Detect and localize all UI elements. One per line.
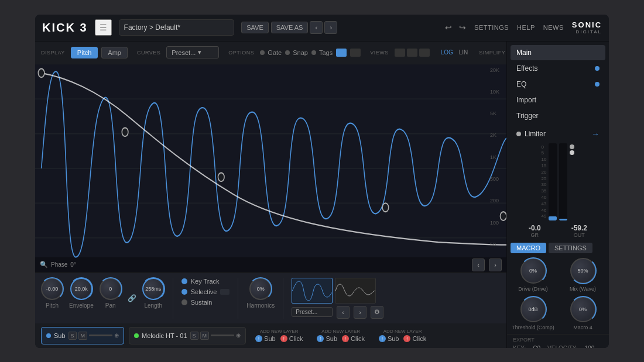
zoom-icon[interactable]: 🔍 (40, 261, 48, 268)
nav-eq[interactable]: EQ (511, 77, 605, 92)
layer-melodic-controls: S M ⊕ (190, 332, 241, 340)
harmonics-knob-ring (249, 277, 272, 301)
help-link[interactable]: HELP (517, 24, 535, 31)
tags-dot[interactable] (311, 50, 316, 55)
harmonics-knob[interactable]: 0% (249, 278, 272, 300)
view-box-3[interactable] (419, 49, 430, 57)
news-link[interactable]: News (543, 24, 564, 31)
add-sub-2[interactable]: ↑ Sub (317, 335, 337, 342)
view-toggle-2[interactable] (350, 49, 361, 57)
nav-effects[interactable]: Effects (511, 61, 605, 76)
add-click-1[interactable]: ↑ Click (280, 335, 303, 342)
macro4-knob[interactable]: 0% (570, 297, 596, 322)
add-sub-3[interactable]: ↑ Sub (379, 335, 399, 342)
canvas-next[interactable]: › (489, 258, 502, 271)
amp-tab[interactable]: Amp (101, 47, 128, 58)
toggle-group: Key Track Selective Sustain (181, 278, 239, 319)
macro4-ring (570, 296, 597, 323)
key-track-toggle[interactable]: Key Track (181, 278, 230, 285)
add-layer-group-2: ADD NEW LAYER ↑ Sub ↑ Click (312, 329, 369, 342)
tags-toggle[interactable]: Tags (311, 49, 333, 56)
limiter-dot[interactable] (516, 132, 521, 136)
harmonics-knob-container: 0% Harmonics (246, 278, 275, 309)
layer-melodic-extra[interactable]: ⊕ (236, 332, 241, 339)
waveform-next[interactable]: › (354, 306, 366, 319)
add-click-3[interactable]: ↑ Click (403, 335, 426, 342)
next-button[interactable]: › (324, 21, 337, 34)
sustain-dot[interactable] (181, 299, 187, 305)
waveform-preview-1[interactable] (292, 278, 333, 304)
envelope-knob-ring (70, 277, 93, 301)
curves-section: CURVES Preset... ▾ (137, 46, 219, 58)
log-button[interactable]: LOG (439, 49, 455, 56)
layer-sub-slider[interactable] (89, 335, 112, 336)
canvas-bottom-bar: 🔍 Phase 0° ‹ › (35, 257, 506, 273)
view-box-2[interactable] (407, 49, 417, 57)
snap-dot[interactable] (285, 50, 290, 55)
mix-knob[interactable]: 50% (570, 258, 596, 284)
limiter-arrow[interactable]: → (591, 129, 600, 139)
layers-row: Sub S M ⊕ Melodic HT - 01 S M (35, 323, 506, 348)
meter-gr-strip (549, 143, 557, 220)
svg-point-7 (218, 173, 224, 181)
canvas-prev[interactable]: ‹ (472, 258, 485, 271)
menu-button[interactable]: ☰ (95, 19, 112, 36)
nav-import[interactable]: Import (511, 92, 605, 108)
add-sub-1[interactable]: ↑ Sub (255, 335, 276, 342)
envelope-knob[interactable]: 20.0k (70, 278, 93, 300)
save-button[interactable]: SAVE (241, 22, 269, 33)
selective-toggle[interactable]: Selective (181, 288, 230, 295)
curves-dropdown[interactable]: Preset... ▾ (166, 46, 219, 58)
layer-sub-s[interactable]: S (68, 332, 77, 340)
pitch-tab[interactable]: Pitch (71, 47, 98, 58)
mix-ring (570, 257, 597, 284)
macro-drive: 0% Drive (Drive) (511, 258, 556, 292)
waveform-prev[interactable]: ‹ (337, 306, 350, 319)
gate-dot[interactable] (260, 50, 265, 55)
length-knob[interactable]: 258ms (142, 278, 165, 300)
lin-button[interactable]: LIN (457, 49, 470, 56)
threshold-knob[interactable]: 0dB (520, 297, 546, 322)
view-box-1[interactable] (395, 49, 405, 57)
sustain-toggle[interactable]: Sustain (181, 299, 230, 306)
snap-toggle[interactable]: Snap (285, 49, 308, 56)
pitch-knob[interactable]: -0.00 (41, 278, 63, 300)
limiter-dot-3[interactable] (570, 150, 574, 155)
add-layer-label-2: ADD NEW LAYER (321, 329, 360, 334)
settings-tab[interactable]: SETTINGS (549, 243, 592, 253)
view-boxes (395, 49, 430, 57)
gate-toggle[interactable]: Gate (260, 49, 282, 56)
selective-icon[interactable] (220, 289, 229, 295)
selective-dot[interactable] (181, 289, 187, 295)
key-track-dot[interactable] (181, 278, 187, 284)
controls-row: -0.00 Pitch 20.0k Envelope (35, 273, 506, 323)
layer-melodic[interactable]: Melodic HT - 01 S M ⊕ (129, 327, 246, 344)
layer-sub-extra[interactable]: ⊕ (114, 332, 119, 339)
undo-button[interactable]: ↩ (443, 22, 454, 33)
nav-trigger[interactable]: Trigger (511, 108, 605, 123)
layer-sub[interactable]: Sub S M ⊕ (41, 327, 124, 344)
layer-melodic-s[interactable]: S (190, 332, 198, 340)
settings-link[interactable]: SETTINGS (474, 24, 509, 31)
prev-button[interactable]: ‹ (310, 21, 323, 34)
waveform-preset-dropdown[interactable]: Preset... (292, 307, 333, 317)
layer-sub-m[interactable]: M (78, 332, 88, 340)
redo-button[interactable]: ↪ (457, 22, 468, 33)
layer-melodic-slider[interactable] (211, 335, 234, 336)
add-click-2[interactable]: ↑ Click (342, 335, 365, 342)
nav-main[interactable]: Main (511, 45, 605, 60)
view-toggle-1[interactable] (336, 49, 347, 57)
selective-label: Selective (191, 288, 217, 295)
waveform-preview-2[interactable] (335, 278, 376, 304)
macro-tab[interactable]: MACRO (511, 243, 546, 253)
pan-knob[interactable]: 0 (100, 278, 122, 300)
waveform-settings[interactable]: ⚙ (371, 306, 383, 319)
drive-knob[interactable]: 0% (520, 258, 546, 284)
limiter-section: Limiter → 0 5 10 15 20 25 30 35 40 43 (507, 127, 609, 239)
layer-melodic-m[interactable]: M (200, 332, 210, 340)
pitch-knob-ring (40, 277, 64, 301)
save-as-button[interactable]: SAVE AS (271, 22, 309, 33)
curves-label: CURVES (137, 50, 160, 56)
limiter-dot-2[interactable] (570, 144, 574, 149)
meter-out-strip (559, 143, 567, 220)
